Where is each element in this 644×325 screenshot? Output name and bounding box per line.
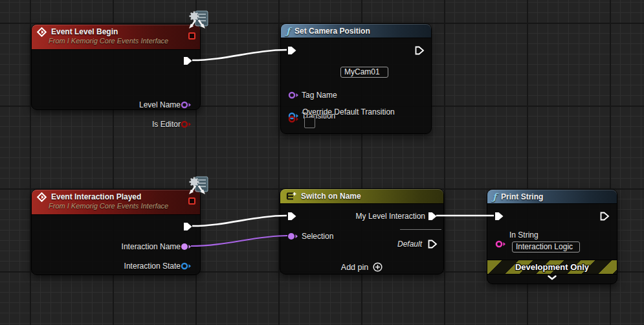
override-default-transition-pin[interactable]: [288, 115, 299, 123]
selection-pin[interactable]: [287, 232, 298, 240]
wire-exec-interactionplayed-switch: [192, 216, 287, 226]
exec-out-pin[interactable]: [600, 212, 610, 221]
pin-label: Is Editor: [103, 120, 181, 129]
node-title: Print String: [501, 192, 543, 201]
interface-event-icon: [187, 176, 209, 197]
pin-label: My Level Interaction: [315, 212, 425, 221]
pin-label: Tag Name: [302, 91, 337, 100]
node-title: Set Camera Position: [294, 27, 370, 36]
node-switch-on-name[interactable]: Switch on Name My Level Interaction Sele…: [280, 188, 444, 275]
node-subtitle: From I Kemorig Core Events Interface: [49, 202, 168, 210]
interaction-state-pin[interactable]: [181, 262, 192, 270]
event-icon: [37, 27, 47, 37]
exec-in-pin[interactable]: [494, 212, 504, 221]
tag-name-pin[interactable]: [288, 91, 299, 99]
delegate-pin[interactable]: [188, 197, 195, 205]
pin-label: Default: [357, 240, 422, 249]
add-pin-plus-icon: [373, 262, 383, 272]
pin-label: Interaction Name: [77, 242, 181, 251]
node-subtitle: From I Kemorig Core Events Interface: [49, 37, 168, 45]
node-title: Event Interaction Played: [51, 192, 141, 201]
node-header: Event Level Begin From I Kemorig Core Ev…: [32, 25, 200, 49]
node-header: Event Interaction Played From I Kemorig …: [32, 190, 200, 214]
delegate-pin[interactable]: [188, 32, 195, 39]
event-icon: [37, 192, 47, 202]
exec-in-pin[interactable]: [287, 212, 297, 221]
development-only-banner: Development Only: [487, 260, 617, 275]
exec-out-pin[interactable]: [183, 56, 193, 65]
wire-name-interactionname-selection: [191, 236, 287, 246]
node-header: Switch on Name: [280, 189, 443, 203]
default-exec-pin[interactable]: [428, 240, 438, 249]
add-pin-button[interactable]: Add pin: [280, 262, 443, 272]
collapse-chevron-icon[interactable]: [487, 275, 617, 280]
interaction-name-pin[interactable]: [181, 243, 192, 251]
pin-label: Interaction State: [77, 262, 181, 271]
node-header: ƒ Print String: [487, 190, 617, 203]
node-event-level-begin[interactable]: Event Level Begin From I Kemorig Core Ev…: [31, 24, 201, 110]
exec-out-pin[interactable]: [183, 222, 193, 231]
function-icon: ƒ: [286, 27, 290, 36]
pin-separator: [400, 229, 441, 230]
exec-out-pin[interactable]: [415, 46, 425, 55]
node-print-string[interactable]: ƒ Print String In String Development Onl…: [487, 189, 617, 284]
override-default-transition-checkbox[interactable]: [304, 117, 315, 128]
pin-label: Selection: [302, 232, 333, 241]
interface-event-icon: [187, 10, 209, 31]
in-string-pin[interactable]: [495, 240, 506, 248]
tag-name-input[interactable]: [340, 67, 388, 78]
exec-in-pin[interactable]: [287, 46, 297, 55]
node-event-interaction-played[interactable]: Event Interaction Played From I Kemorig …: [31, 189, 201, 275]
is-editor-pin[interactable]: [181, 120, 192, 128]
node-set-camera-position[interactable]: ƒ Set Camera Position Tag Name Transitio…: [280, 23, 432, 134]
add-pin-label: Add pin: [341, 263, 368, 272]
level-name-pin[interactable]: [181, 101, 192, 109]
in-string-input[interactable]: [512, 241, 580, 252]
switch-icon: [285, 192, 296, 201]
development-only-label: Development Only: [515, 262, 589, 272]
pin-label: Level Name: [103, 100, 181, 109]
function-icon: ƒ: [493, 192, 496, 201]
wire-exec-levelbegin-setcamera: [192, 50, 287, 60]
node-title: Switch on Name: [301, 192, 361, 201]
node-header: ƒ Set Camera Position: [281, 24, 431, 38]
my-level-interaction-exec-pin[interactable]: [428, 212, 438, 221]
pin-label: In String: [509, 230, 539, 240]
pin-label: Override Default Transition: [302, 107, 395, 117]
blueprint-graph-canvas[interactable]: Event Level Begin From I Kemorig Core Ev…: [0, 0, 644, 325]
node-title: Event Level Begin: [51, 27, 118, 36]
